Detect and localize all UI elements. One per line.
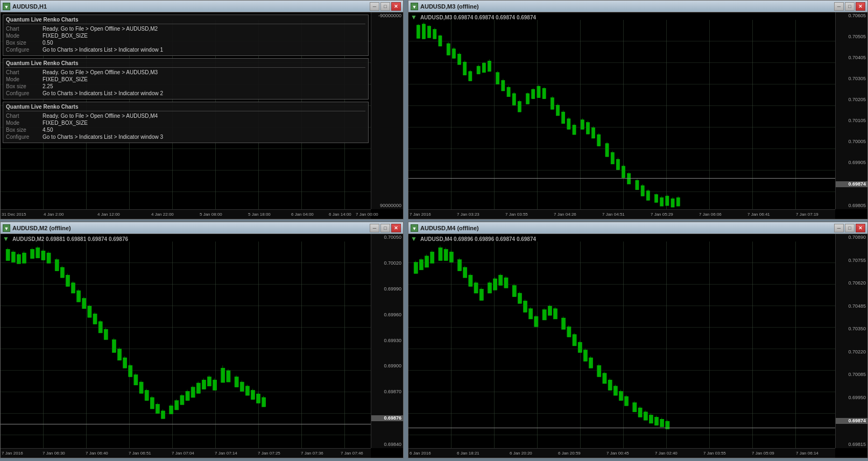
time-m3-1: 7 Jan 03:23 <box>457 212 479 217</box>
price-5-m2: 0.69900 <box>371 364 403 368</box>
svg-rect-226 <box>562 318 566 329</box>
maximize-h1[interactable]: □ <box>380 2 390 11</box>
minimize-m2[interactable]: ─ <box>370 224 379 232</box>
controls-m4: ─ □ ✕ <box>834 224 865 232</box>
current-price-line-m3 <box>408 178 835 179</box>
svg-rect-106 <box>60 267 64 278</box>
price-4-m3: 0.70205 <box>836 97 867 102</box>
controls-m3: ─ □ ✕ <box>834 2 865 11</box>
title-icon-m2: ▼ <box>3 224 10 232</box>
value-box-2: 2.25 <box>43 83 53 89</box>
price-3-m4: 0.70485 <box>836 304 867 309</box>
subtitle-m2: ▼ AUDUSD,M2 0.69881 0.69881 0.69874 0.69… <box>3 235 128 243</box>
price-current-m3: 0.69874 <box>836 181 867 187</box>
svg-rect-182 <box>425 256 429 267</box>
svg-rect-192 <box>458 260 462 271</box>
svg-rect-206 <box>499 275 503 285</box>
price-axis-m2: 0.70050 0.70020 0.69990 0.69960 0.69930 … <box>371 234 403 448</box>
svg-rect-136 <box>145 390 149 400</box>
maximize-m2[interactable]: □ <box>380 224 390 232</box>
svg-rect-216 <box>529 309 533 319</box>
svg-rect-166 <box>235 377 238 387</box>
svg-rect-236 <box>589 358 593 368</box>
price-3-m2: 0.69960 <box>371 313 403 317</box>
svg-rect-254 <box>644 412 647 420</box>
price-top-m3: 0.70605 <box>836 13 867 18</box>
minimize-m3[interactable]: ─ <box>834 2 844 11</box>
svg-rect-162 <box>221 368 225 382</box>
svg-rect-158 <box>207 377 211 386</box>
candles-m3 <box>408 20 835 209</box>
svg-rect-98 <box>36 248 40 258</box>
minimize-m4[interactable]: ─ <box>834 224 844 232</box>
arrow-m4: ▼ <box>411 235 417 243</box>
price-1-m3: 0.70505 <box>836 34 867 39</box>
svg-rect-138 <box>150 398 154 409</box>
svg-rect-108 <box>66 275 69 286</box>
value-mode-1: FIXED_BOX_SIZE <box>43 33 88 39</box>
price-4-m4: 0.70350 <box>836 327 867 331</box>
time-m2-0: 7 Jan 2016 <box>2 451 23 456</box>
info-row-chart-2: Chart Ready. Go to File > Open Offline >… <box>6 69 365 75</box>
desktop: ▼ AUDUSD,H1 ─ □ ✕ Quantum Live Renko Cha… <box>0 0 868 461</box>
svg-rect-248 <box>625 396 629 406</box>
maximize-m3[interactable]: □ <box>845 2 855 11</box>
price-6-m2: 0.69870 <box>371 389 403 394</box>
time-m3-8: 7 Jan 07:19 <box>796 212 818 217</box>
price-5-m3: 0.70105 <box>836 118 867 123</box>
svg-rect-160 <box>213 380 217 390</box>
label-config-2: Configure <box>6 90 38 96</box>
subtitle-m3: ▼ AUDUSD,M3 0.69874 0.69874 0.69874 0.69… <box>411 13 536 21</box>
time-m2-1: 7 Jan 06:30 <box>43 451 65 456</box>
close-m2[interactable]: ✕ <box>391 224 401 232</box>
svg-rect-130 <box>129 365 132 377</box>
window-h1: ▼ AUDUSD,H1 ─ □ ✕ Quantum Live Renko Cha… <box>0 0 404 219</box>
titlebar-m3: ▼ AUDUSD,M3 (offline) ─ □ ✕ <box>408 1 867 12</box>
svg-rect-184 <box>431 252 434 263</box>
price-5-m4: 0.70220 <box>836 350 867 354</box>
symbol-m3: AUDUSD,M3 0.69874 0.69874 0.69874 0.6987… <box>420 15 536 20</box>
svg-rect-124 <box>112 339 116 352</box>
svg-rect-256 <box>649 415 653 423</box>
symbol-m2: AUDUSD,M2 0.69881 0.69881 0.69874 0.6987… <box>12 236 128 242</box>
symbol-m4: AUDUSD,M4 0.69896 0.69896 0.69874 0.6987… <box>420 236 536 242</box>
close-m4[interactable]: ✕ <box>856 224 865 232</box>
time-label-h1-8: 7 Jan 00:00 <box>356 212 378 217</box>
title-icon-h1: ▼ <box>3 3 10 10</box>
maximize-m4[interactable]: □ <box>845 224 855 232</box>
svg-rect-102 <box>47 253 51 263</box>
info-section-3: Quantum Live Renko Charts Chart Ready. G… <box>3 102 369 143</box>
time-m4-5: 7 Jan 02:40 <box>655 451 678 456</box>
info-row-box-3: Box size 4.50 <box>6 127 365 133</box>
chart-area-m2: ▼ AUDUSD,M2 0.69881 0.69881 0.69874 0.69… <box>1 234 403 458</box>
time-label-h1-5: 5 Jan 18:00 <box>248 212 271 217</box>
time-m2-6: 7 Jan 07:25 <box>258 451 280 456</box>
close-m3[interactable]: ✕ <box>856 2 865 11</box>
title-h1: ▼ AUDUSD,H1 <box>3 3 47 10</box>
value-mode-2: FIXED_BOX_SIZE <box>43 76 88 82</box>
svg-rect-132 <box>134 375 138 385</box>
minimize-h1[interactable]: ─ <box>370 2 379 11</box>
arrow-m2: ▼ <box>3 235 9 243</box>
svg-rect-172 <box>251 390 255 399</box>
svg-rect-116 <box>88 306 91 317</box>
price-current-m4: 0.69874 <box>836 418 867 424</box>
close-h1[interactable]: ✕ <box>391 2 401 11</box>
info-panel-h1: Quantum Live Renko Charts Chart Ready. G… <box>1 12 371 209</box>
time-label-h1-7: 6 Jan 14:00 <box>329 212 351 217</box>
svg-rect-208 <box>504 278 508 288</box>
svg-rect-198 <box>474 283 478 293</box>
title-m2: ▼ AUDUSD,M2 (offline) <box>3 224 71 232</box>
price-2-m2: 0.69990 <box>371 287 403 292</box>
price-3-m3: 0.70305 <box>836 76 867 81</box>
title-icon-m4: ▼ <box>411 224 418 232</box>
svg-rect-94 <box>22 253 26 263</box>
time-m3-5: 7 Jan 05:29 <box>651 212 673 217</box>
price-2-m4: 0.70620 <box>836 281 867 286</box>
svg-rect-244 <box>613 386 617 395</box>
svg-rect-122 <box>104 329 108 339</box>
time-m3-4: 7 Jan 04:51 <box>602 212 625 217</box>
price-1-m4: 0.70755 <box>836 258 867 263</box>
label-config-1: Configure <box>6 47 38 53</box>
info-row-mode-1: Mode FIXED_BOX_SIZE <box>6 33 365 39</box>
